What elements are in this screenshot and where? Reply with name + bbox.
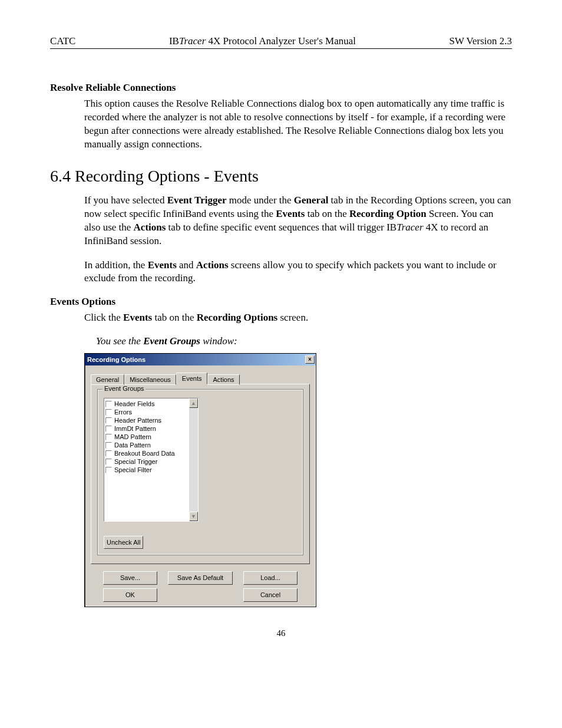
triangle-down-icon: ▼	[191, 513, 196, 519]
list-item[interactable]: Header Fields	[105, 400, 187, 408]
header-left: CATC	[50, 35, 75, 47]
tab-strip: General Miscellaneous Events Actions	[91, 373, 310, 384]
list-item[interactable]: ImmDt Pattern	[105, 424, 187, 433]
header-right: SW Version 2.3	[449, 35, 512, 47]
tab-events[interactable]: Events	[176, 373, 208, 384]
rrc-body: This option causes the Resolve Reliable …	[84, 97, 512, 151]
checkbox[interactable]	[105, 401, 112, 407]
scroll-up-button[interactable]: ▲	[189, 398, 198, 408]
ok-button[interactable]: OK	[103, 588, 157, 602]
list-item[interactable]: Header Patterns	[105, 416, 187, 424]
close-button[interactable]: ×	[305, 355, 315, 364]
list-item-label: MAD Pattern	[114, 433, 151, 440]
load-button[interactable]: Load...	[243, 571, 297, 585]
uncheck-all-button[interactable]: Uncheck All	[104, 536, 143, 549]
save-button[interactable]: Save...	[103, 571, 157, 585]
checkbox[interactable]	[105, 450, 112, 457]
list-item[interactable]: Data Pattern	[105, 441, 187, 449]
tab-page-events: Event Groups Header Fields Errors Header…	[91, 384, 310, 564]
checkbox[interactable]	[105, 434, 112, 440]
events-caption: You see the Event Groups window:	[96, 335, 512, 347]
scroll-down-button[interactable]: ▼	[189, 512, 198, 521]
list-item-label: Errors	[114, 409, 132, 416]
checkbox[interactable]	[105, 459, 112, 465]
checkbox[interactable]	[105, 417, 112, 424]
checkbox[interactable]	[105, 409, 112, 416]
list-item[interactable]: Special Filter	[105, 466, 187, 474]
tab-miscellaneous[interactable]: Miscellaneous	[124, 374, 176, 385]
event-groups-box: Event Groups Header Fields Errors Header…	[97, 389, 303, 555]
checkbox[interactable]	[105, 442, 112, 449]
list-item-label: Data Pattern	[114, 442, 151, 449]
list-item-label: Breakout Board Data	[114, 450, 175, 457]
section-title-rrc: Resolve Reliable Connections	[50, 82, 512, 94]
recording-options-dialog: Recording Options × General Miscellaneou…	[84, 353, 316, 607]
checkbox[interactable]	[105, 426, 112, 432]
dialog-title: Recording Options	[87, 356, 146, 363]
header-center: IBTracer 4X Protocol Analyzer User's Man…	[169, 35, 356, 47]
heading-6-4: 6.4 Recording Options - Events	[50, 167, 512, 186]
list-item-label: Header Patterns	[114, 417, 161, 424]
list-item-label: Special Filter	[114, 466, 152, 473]
dialog-titlebar[interactable]: Recording Options ×	[85, 354, 316, 365]
list-item-label: Special Trigger	[114, 458, 157, 465]
tab-actions[interactable]: Actions	[207, 374, 239, 385]
list-item[interactable]: Special Trigger	[105, 457, 187, 466]
list-item-label: Header Fields	[114, 400, 154, 407]
cancel-button[interactable]: Cancel	[243, 588, 297, 602]
scroll-track[interactable]	[189, 408, 198, 512]
p64-a: If you have selected Event Trigger mode …	[84, 194, 512, 248]
dialog-button-row: Save... OK Save As Default Load... Cance…	[91, 571, 310, 602]
list-item-label: ImmDt Pattern	[114, 425, 156, 432]
event-groups-list[interactable]: Header Fields Errors Header Patterns Imm…	[104, 398, 189, 522]
checkbox[interactable]	[105, 467, 112, 473]
tab-general[interactable]: General	[91, 374, 124, 385]
group-legend: Event Groups	[103, 385, 146, 392]
section-title-events-options: Events Options	[50, 296, 512, 308]
close-icon: ×	[308, 356, 312, 363]
list-scrollbar[interactable]: ▲ ▼	[189, 398, 199, 522]
p64-b: In addition, the Events and Actions scre…	[84, 259, 512, 286]
list-item[interactable]: Breakout Board Data	[105, 449, 187, 457]
running-header: CATC IBTracer 4X Protocol Analyzer User'…	[50, 35, 512, 49]
list-item[interactable]: Errors	[105, 408, 187, 416]
page-number: 46	[50, 628, 512, 638]
events-options-body: Click the Events tab on the Recording Op…	[84, 311, 512, 325]
save-as-default-button[interactable]: Save As Default	[168, 571, 233, 585]
triangle-up-icon: ▲	[191, 400, 196, 406]
list-item[interactable]: MAD Pattern	[105, 433, 187, 441]
